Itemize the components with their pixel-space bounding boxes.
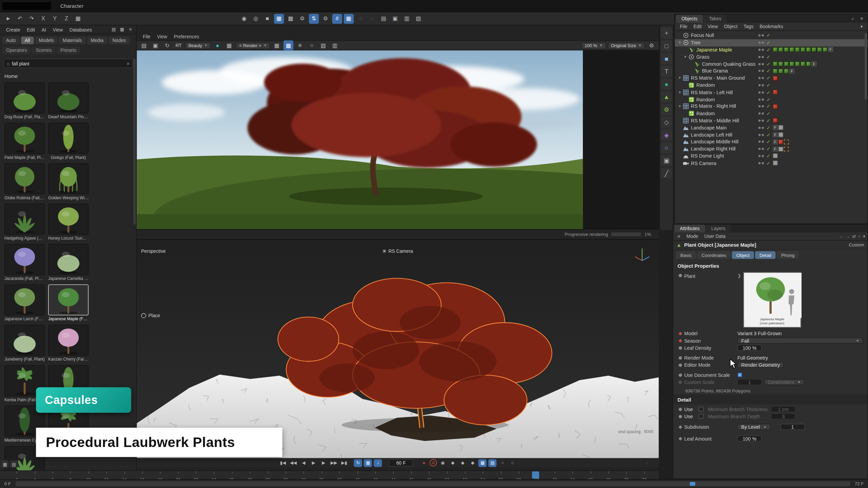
asset-menu-edit[interactable]: Edit [24,26,38,33]
asset-menu-view[interactable]: View [50,26,65,33]
key-position-toggle[interactable]: ◆ [449,459,457,467]
capsule-tool[interactable]: ⚙ [661,104,672,115]
visibility-dots[interactable] [758,105,764,108]
cursor-tool[interactable]: ► [3,14,13,23]
om-options-icon[interactable]: ≡ [858,15,865,22]
asset-item[interactable]: Ginkgo (Fall, Plant) [48,123,88,160]
object-row-rs-dome-light[interactable]: RS Dome Light✓ [675,152,867,160]
tag-gray-chip[interactable] [778,132,784,137]
asset-search-bar[interactable]: ⌂ × [3,59,133,68]
om-menu-edit[interactable]: Edit [691,23,704,30]
visibility-dots[interactable] [758,70,764,72]
visibility-dots[interactable] [758,141,764,143]
render-active-view[interactable]: ◉ [239,14,249,23]
ruler-tick[interactable]: 46 [402,471,420,479]
collapse-icon[interactable]: ▾ [677,40,683,45]
search-input[interactable] [12,61,124,66]
burst-icon[interactable]: ✳ [295,40,305,50]
om-tab-takes[interactable]: Takes [704,15,727,23]
enabled-check-icon[interactable]: ✓ [766,146,770,151]
tag-orange-chip[interactable] [784,139,789,144]
tile-tools[interactable]: ▥ [402,14,412,23]
tag-phong-chip[interactable]: F [773,139,778,144]
subdivision-field[interactable]: 1 [781,424,805,430]
sphere-primitive-tool[interactable]: ● [661,79,672,90]
asset-item[interactable]: Dwarf Mountain Pine (Fall, Plant) [48,82,88,119]
tag-orange-chip[interactable] [784,146,789,151]
viewport-menu-preferences[interactable]: Preferences [171,33,202,40]
render-picture-viewer[interactable]: ◎ [251,14,261,23]
interactive-render-region[interactable]: ▦ [274,14,284,23]
visibility-dots[interactable] [758,35,764,37]
tag-phong-chip[interactable]: F [811,61,816,66]
ruler-tick[interactable]: 32 [277,471,295,479]
ruler-tick[interactable]: 68 [599,471,617,479]
ruler-tick[interactable]: 42 [367,471,384,479]
enabled-check-icon[interactable]: ✓ [766,153,770,159]
custom-scale-unit-select[interactable]: Centimeters▼ [764,379,805,385]
visibility-dots[interactable] [758,77,764,79]
current-frame-field[interactable]: 60 F [389,459,413,466]
pen-tool[interactable]: ╱ [661,168,672,179]
ruler-tick[interactable]: 6 [44,471,62,479]
attr-tab-attributes[interactable]: Attributes [674,225,705,232]
range-slider[interactable] [15,481,850,486]
viewport-menu-file[interactable]: File [140,33,153,40]
enabled-check-icon[interactable]: ✓ [766,82,770,88]
object-row-rs-camera[interactable]: RS Camera✓ [675,160,867,167]
go-to-start-button[interactable]: ▮◀ [279,459,287,467]
collapse-icon[interactable]: ▾ [677,90,683,95]
editor-mode-select[interactable]: Render Geometry [737,362,784,368]
ruler-tick[interactable]: 70 [617,471,635,479]
enabled-check-icon[interactable]: ✓ [766,40,770,45]
timeline-ruler[interactable]: 2468101214161820222426283032343638404244… [0,470,659,479]
asset-menu-create[interactable]: Create [3,26,23,33]
ruler-tick[interactable]: 20 [169,471,187,479]
visibility-dots[interactable] [758,126,764,129]
visibility-dots[interactable] [758,84,764,86]
go-to-end-button[interactable]: ▶▮ [340,459,348,467]
more-icon[interactable]: ▾ [863,234,865,239]
visibility-dots[interactable] [758,155,764,157]
cube-primitive-tool[interactable]: ■ [661,53,672,64]
ruler-tick[interactable]: 72 [635,471,653,479]
sync-icon[interactable]: ⇄ [852,234,856,239]
max-branch-use-checkbox[interactable]: ✓ [698,414,704,419]
enabled-check-icon[interactable]: ✓ [766,75,770,81]
render-viewport[interactable] [137,50,659,229]
om-search-icon[interactable]: ⌕ [849,15,856,22]
ruler-tick[interactable]: 2 [8,471,26,479]
ruler-tick[interactable]: 4 [26,471,44,479]
tag-gray-chip[interactable] [778,146,784,151]
home-icon[interactable]: ⌂ [7,61,10,66]
leaf-amount-field[interactable]: 100 % [737,435,762,442]
tag-phong-chip[interactable]: F [773,125,778,130]
globe-icon[interactable]: ● [213,40,222,50]
season-select[interactable]: Fall▼ [737,338,863,344]
tag-leaf-chip[interactable] [789,47,794,53]
use-document-scale-checkbox[interactable]: ✓ [737,372,743,378]
tag-leaf-chip[interactable] [773,61,778,66]
tag-leaf-chip[interactable] [784,68,789,74]
stage-tools[interactable]: ▣ [390,14,400,23]
key-parameter-toggle[interactable]: ▦ [478,459,487,467]
viewport-label[interactable]: Perspective [141,248,166,254]
visibility-dots[interactable] [758,162,764,164]
ruler-tick[interactable]: 64 [564,471,581,479]
asset-item[interactable]: Japanese Larch (Fall, Plant) [4,284,45,321]
axis-z-lock[interactable]: Z [61,14,71,23]
tag-rs-chip[interactable] [773,104,778,109]
loop-playback-toggle[interactable]: ↻ [354,459,362,467]
tiles-icon[interactable]: ▦ [272,40,282,50]
timeline-mode-icon[interactable]: ▦ [1,460,9,468]
grid-icon[interactable]: ▦ [224,40,234,50]
asset-item[interactable]: Dog-Rose (Fall, Plant) [4,82,45,119]
redo-button[interactable]: ↷ [26,14,36,23]
om-menu-file[interactable]: File [677,23,690,30]
range-current-marker[interactable] [690,482,695,486]
om-tab-objects[interactable]: Objects [676,15,703,23]
quantize-snap[interactable]: ▦ [344,14,354,23]
custom-preset-select[interactable]: Custom [849,242,864,247]
tag-leaf-chip[interactable] [806,61,811,66]
key-pla-toggle[interactable]: ▤ [489,459,497,467]
